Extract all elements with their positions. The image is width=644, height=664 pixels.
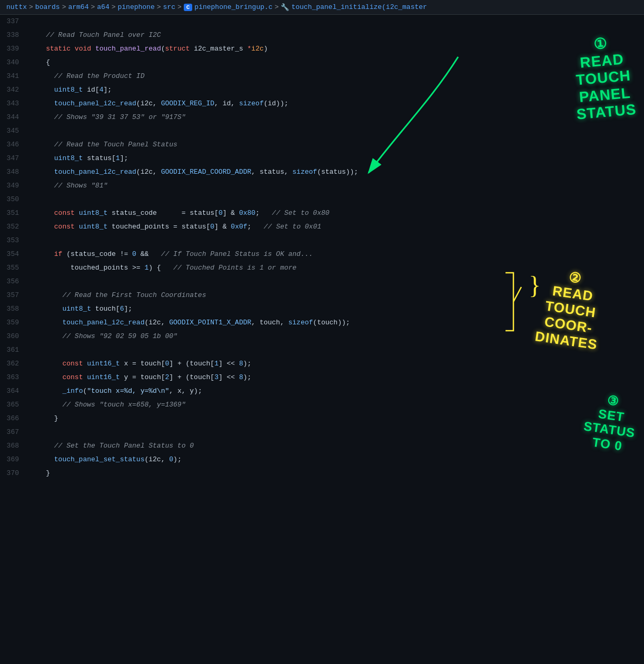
line-number: 362 xyxy=(0,357,27,371)
annotation-read-touch-coords: ②READTOUCHCOOR-DINATES xyxy=(534,266,607,353)
line-number: 358 xyxy=(0,302,27,316)
line-number: 359 xyxy=(0,316,27,330)
code-line: 367 xyxy=(0,425,644,439)
bc-boards[interactable]: boards xyxy=(35,3,60,11)
code-line: 341 // Read the Product ID xyxy=(0,70,644,83)
line-content: // Read Touch Panel over I2C xyxy=(27,28,644,42)
line-number: 353 xyxy=(0,234,27,247)
bc-arm64[interactable]: arm64 xyxy=(68,3,88,11)
line-content: // Shows "touch x=658, y=1369" xyxy=(27,398,644,412)
line-number: 340 xyxy=(0,56,27,70)
code-line: 353 xyxy=(0,234,644,247)
line-content: // Shows "81" xyxy=(27,179,644,193)
code-line: 368 // Set the Touch Panel Status to 0 xyxy=(0,439,644,453)
code-line: 345 xyxy=(0,124,644,138)
line-content: _info("touch x=%d, y=%d\n", x, y); xyxy=(27,384,644,398)
line-number: 365 xyxy=(0,398,27,412)
line-number: 366 xyxy=(0,412,27,425)
code-line: 366 } xyxy=(0,412,644,425)
line-content xyxy=(27,193,644,206)
line-number: 350 xyxy=(0,193,27,206)
line-content: uint8_t id[4]; xyxy=(27,83,644,97)
line-content xyxy=(27,234,644,247)
breadcrumb-bar: nuttx > boards > arm64 > a64 > pinephone… xyxy=(0,0,644,15)
line-content: // Set the Touch Panel Status to 0 xyxy=(27,439,644,453)
code-line: 339 static void touch_panel_read(struct … xyxy=(0,42,644,56)
code-line: 365 // Shows "touch x=658, y=1369" xyxy=(0,398,644,412)
line-number: 364 xyxy=(0,384,27,398)
line-number: 357 xyxy=(0,289,27,302)
code-line: 363 const uint16_t y = touch[2] + (touch… xyxy=(0,371,644,384)
code-line: 349 // Shows "81" xyxy=(0,179,644,193)
line-content: touch_panel_i2c_read(i2c, GOODIX_READ_CO… xyxy=(27,165,644,179)
line-content: } xyxy=(27,467,644,480)
code-line: 340 { xyxy=(0,56,644,70)
line-content: touch_panel_set_status(i2c, 0); xyxy=(27,453,644,467)
annotation-set-status: ③SETSTATUSTO 0 xyxy=(580,390,640,454)
line-content xyxy=(27,15,644,28)
code-line: 338 // Read Touch Panel over I2C xyxy=(0,28,644,42)
line-content xyxy=(27,425,644,439)
line-content: static void touch_panel_read(struct i2c_… xyxy=(27,42,644,56)
line-number: 352 xyxy=(0,220,27,234)
line-number: 356 xyxy=(0,275,27,289)
line-number: 367 xyxy=(0,425,27,439)
code-line: 354 if (status_code != 0 && // If Touch … xyxy=(0,247,644,261)
bc-nuttx[interactable]: nuttx xyxy=(6,3,27,11)
code-line: 350 xyxy=(0,193,644,206)
code-line: 351 const uint8_t status_code = status[0… xyxy=(0,206,644,220)
line-number: 363 xyxy=(0,371,27,384)
line-number: 349 xyxy=(0,179,27,193)
line-content xyxy=(27,124,644,138)
line-content: uint8_t status[1]; xyxy=(27,152,644,165)
line-number: 370 xyxy=(0,467,27,480)
code-lines: 337 338 // Read Touch Panel over I2C339 … xyxy=(0,15,644,480)
code-line: 362 const uint16_t x = touch[0] + (touch… xyxy=(0,357,644,371)
line-content: touch_panel_i2c_read(i2c, GOODIX_REG_ID,… xyxy=(27,97,644,111)
line-content: // Shows "39 31 37 53" or "917S" xyxy=(27,111,644,124)
bc-function-icon: 🔧 xyxy=(281,3,289,12)
code-line: 352 const uint8_t touched_points = statu… xyxy=(0,220,644,234)
line-number: 339 xyxy=(0,42,27,56)
line-content: if (status_code != 0 && // If Touch Pane… xyxy=(27,247,644,261)
line-number: 344 xyxy=(0,111,27,124)
line-number: 354 xyxy=(0,247,27,261)
bc-a64[interactable]: a64 xyxy=(97,3,109,11)
line-number: 338 xyxy=(0,28,27,42)
code-line: 347 uint8_t status[1]; xyxy=(0,152,644,165)
code-line: 346 // Read the Touch Panel Status xyxy=(0,138,644,152)
line-number: 348 xyxy=(0,165,27,179)
line-content: const uint8_t status_code = status[0] & … xyxy=(27,206,644,220)
line-number: 368 xyxy=(0,439,27,453)
annotation-curly-brace: } xyxy=(529,273,541,298)
bc-filename[interactable]: pinephone_bringup.c xyxy=(194,3,272,11)
bc-function[interactable]: touch_panel_initialize(i2c_master xyxy=(291,3,427,11)
bc-pinephone[interactable]: pinephone xyxy=(118,3,155,11)
line-number: 355 xyxy=(0,261,27,275)
line-number: 347 xyxy=(0,152,27,165)
line-content: const uint8_t touched_points = status[0]… xyxy=(27,220,644,234)
line-number: 360 xyxy=(0,330,27,343)
line-number: 337 xyxy=(0,15,27,28)
code-container: 337 338 // Read Touch Panel over I2C339 … xyxy=(0,15,644,480)
code-line: 370 } xyxy=(0,467,644,480)
line-number: 342 xyxy=(0,83,27,97)
code-line: 343 touch_panel_i2c_read(i2c, GOODIX_REG… xyxy=(0,97,644,111)
line-content: // Read the Product ID xyxy=(27,70,644,83)
line-content: // Read the Touch Panel Status xyxy=(27,138,644,152)
line-number: 341 xyxy=(0,70,27,83)
line-number: 361 xyxy=(0,343,27,357)
line-number: 345 xyxy=(0,124,27,138)
code-line: 364 _info("touch x=%d, y=%d\n", x, y); xyxy=(0,384,644,398)
line-content: const uint16_t x = touch[0] + (touch[1] … xyxy=(27,357,644,371)
bc-c-badge: C xyxy=(184,4,193,11)
code-line: 348 touch_panel_i2c_read(i2c, GOODIX_REA… xyxy=(0,165,644,179)
line-number: 343 xyxy=(0,97,27,111)
bc-src[interactable]: src xyxy=(163,3,175,11)
code-line: 342 uint8_t id[4]; xyxy=(0,83,644,97)
code-line: 344 // Shows "39 31 37 53" or "917S" xyxy=(0,111,644,124)
line-content: { xyxy=(27,56,644,70)
line-content: const uint16_t y = touch[2] + (touch[3] … xyxy=(27,371,644,384)
code-line: 369 touch_panel_set_status(i2c, 0); xyxy=(0,453,644,467)
annotation-read-touch-panel: ①READTOUCHPANELSTATUS xyxy=(570,33,637,123)
